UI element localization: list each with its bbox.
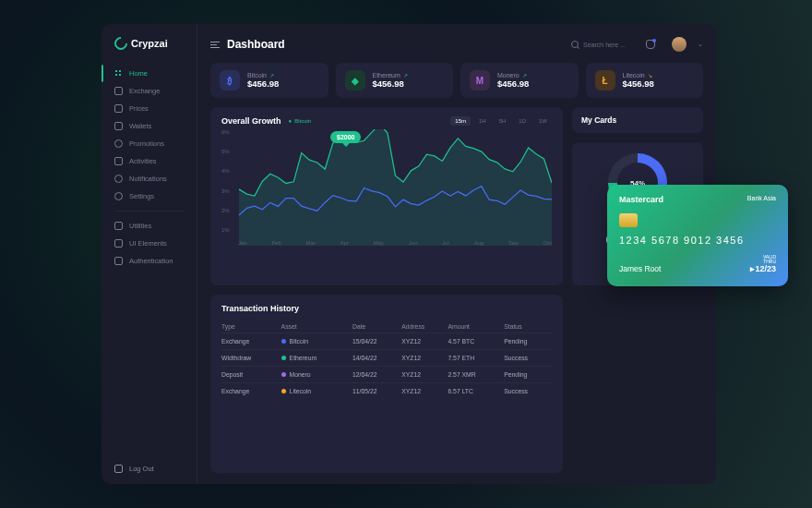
card-valid-label: VALIDTHRU bbox=[750, 255, 776, 264]
chart-legend: Bitcoin bbox=[289, 118, 312, 124]
sidebar-item-promotions[interactable]: Promotions bbox=[102, 135, 197, 152]
sidebar-item-label: Home bbox=[129, 69, 148, 78]
stat-bitcoin[interactable]: ₿Bitcoin ↗$456.98 bbox=[210, 63, 328, 98]
range-1W[interactable]: 1W bbox=[534, 116, 552, 126]
nav-primary: HomeExchangePricesWalletsPromotionsActiv… bbox=[102, 65, 197, 465]
credit-card[interactable]: Mastercard Bank Asia 1234 5678 9012 3456… bbox=[607, 185, 788, 286]
stat-monero[interactable]: MMonero ↗$456.98 bbox=[460, 63, 579, 98]
asset-dot-icon bbox=[281, 372, 286, 377]
card-number: 1234 5678 9012 3456 bbox=[619, 235, 776, 246]
logout-label: Log Out bbox=[129, 465, 154, 473]
sidebar-item-label: Authentication bbox=[129, 257, 173, 265]
search-placeholder: Search here ... bbox=[583, 42, 626, 48]
monero-icon: M bbox=[470, 70, 490, 91]
card-brand: Mastercard bbox=[619, 195, 663, 204]
sidebar-item-label: Exchange bbox=[129, 87, 160, 95]
sidebar-item-label: UI Elements bbox=[129, 239, 167, 248]
stat-value: $456.98 bbox=[623, 79, 654, 89]
col-date: Date bbox=[352, 321, 401, 333]
sidebar: Crypzai HomeExchangePricesWalletsPromoti… bbox=[102, 24, 197, 484]
box-icon bbox=[114, 122, 123, 130]
sidebar-item-label: Utilities bbox=[129, 222, 151, 230]
trend-icon: ↗ bbox=[403, 72, 408, 79]
bitcoin-icon: ₿ bbox=[220, 70, 240, 91]
notifications-button[interactable] bbox=[646, 40, 655, 49]
sidebar-item-label: Settings bbox=[129, 192, 154, 200]
stat-label: Litecoin ↘ bbox=[623, 72, 654, 79]
sidebar-item-utilities[interactable]: Utilities bbox=[102, 217, 197, 235]
stat-label: Bitcoin ↗ bbox=[247, 72, 279, 79]
sidebar-item-label: Activities bbox=[129, 157, 157, 165]
chart-range-selector: 15m1H5H1D1W bbox=[450, 116, 552, 126]
transactions-card: Transaction History TypeAssetDateAddress… bbox=[210, 295, 563, 473]
my-cards-header: My Cards bbox=[572, 107, 703, 133]
circle-icon bbox=[114, 139, 123, 148]
sidebar-item-activities[interactable]: Activities bbox=[102, 152, 197, 170]
stat-label: Monero ↗ bbox=[497, 72, 529, 79]
table-header-row: TypeAssetDateAddressAmountStatus bbox=[221, 321, 552, 333]
sidebar-item-wallets[interactable]: Wallets bbox=[102, 117, 197, 135]
transactions-table: TypeAssetDateAddressAmountStatus Exchang… bbox=[221, 321, 552, 399]
trend-icon: ↘ bbox=[648, 72, 652, 79]
logo[interactable]: Crypzai bbox=[102, 37, 197, 65]
stat-value: $456.98 bbox=[373, 79, 408, 89]
range-1D[interactable]: 1D bbox=[514, 116, 531, 126]
col-type: Type bbox=[221, 321, 281, 333]
chart-title: Overall Growth bbox=[221, 116, 281, 126]
search-icon bbox=[571, 41, 579, 48]
grid-icon bbox=[114, 69, 123, 78]
litecoin-icon: Ł bbox=[595, 70, 615, 91]
status-badge: Success bbox=[504, 350, 552, 367]
page-title: Dashboard bbox=[227, 38, 285, 51]
brand-text: Crypzai bbox=[131, 38, 168, 49]
table-row[interactable]: ExchangeLitecoin11/05/22XYZ126.57 LTCSuc… bbox=[221, 383, 552, 400]
asset-dot-icon bbox=[281, 389, 286, 393]
growth-chart-card: Overall Growth Bitcoin 15m1H5H1D1W 6%5%4… bbox=[210, 107, 563, 285]
stat-ethereum[interactable]: ◆Ethereum ↗$456.98 bbox=[336, 63, 454, 98]
ethereum-icon: ◆ bbox=[345, 70, 365, 91]
sidebar-item-prices[interactable]: Prices bbox=[102, 100, 197, 117]
chart-x-axis: JanFebMarAprMayJunJulAugSepOct bbox=[238, 240, 552, 246]
box-icon bbox=[114, 104, 123, 113]
sidebar-item-home[interactable]: Home bbox=[102, 65, 197, 82]
table-row[interactable]: DepositMonero12/04/22XYZ122.57 XMRPendin… bbox=[221, 367, 552, 383]
sidebar-item-ui-elements[interactable]: UI Elements bbox=[102, 235, 197, 252]
card-chip-icon bbox=[619, 213, 638, 227]
chart-svg bbox=[221, 129, 552, 246]
menu-icon[interactable] bbox=[210, 42, 220, 48]
stat-label: Ethereum ↗ bbox=[373, 72, 408, 79]
avatar[interactable] bbox=[672, 37, 687, 52]
box-icon bbox=[114, 157, 123, 165]
status-badge: Pending bbox=[504, 367, 552, 383]
range-15m[interactable]: 15m bbox=[450, 116, 471, 126]
chart-tooltip: $2000 bbox=[330, 131, 361, 143]
box-icon bbox=[114, 239, 123, 248]
sidebar-item-settings[interactable]: Settings bbox=[102, 187, 197, 205]
logo-icon bbox=[112, 34, 130, 53]
sidebar-item-label: Prices bbox=[129, 104, 149, 113]
range-5H[interactable]: 5H bbox=[495, 116, 511, 126]
sidebar-item-exchange[interactable]: Exchange bbox=[102, 82, 197, 100]
chart-body: 6%5%4%3%2%1% $2000 JanFebMarAprMayJunJul… bbox=[221, 129, 552, 246]
sidebar-item-notifications[interactable]: Notifications bbox=[102, 170, 197, 187]
table-row[interactable]: WidthdrawEthereum14/04/22XYZ127.57 ETHSu… bbox=[221, 350, 552, 367]
card-bank: Bank Asia bbox=[747, 195, 776, 204]
trend-icon: ↗ bbox=[522, 72, 527, 79]
stat-value: $456.98 bbox=[247, 79, 279, 89]
sidebar-item-authentication[interactable]: Authentication bbox=[102, 252, 197, 270]
col-amount: Amount bbox=[448, 321, 504, 333]
asset-dot-icon bbox=[281, 339, 286, 344]
asset-dot-icon bbox=[281, 356, 286, 360]
stat-litecoin[interactable]: ŁLitecoin ↘$456.98 bbox=[586, 63, 704, 98]
chevron-down-icon[interactable]: ⌄ bbox=[698, 41, 703, 48]
logout-button[interactable]: Log Out bbox=[102, 465, 197, 473]
topbar: Dashboard Search here ... ⌄ bbox=[210, 37, 703, 52]
search-input[interactable]: Search here ... bbox=[571, 41, 626, 48]
table-row[interactable]: ExchangeBitcoin15/04/22XYZ124.57 BTCPend… bbox=[221, 333, 552, 350]
col-address: Address bbox=[401, 321, 448, 333]
col-asset: Asset bbox=[281, 321, 352, 333]
stats-row: ₿Bitcoin ↗$456.98◆Ethereum ↗$456.98MMone… bbox=[210, 63, 703, 98]
circle-icon bbox=[114, 175, 123, 183]
range-1H[interactable]: 1H bbox=[474, 116, 491, 126]
card-holder: James Root bbox=[619, 264, 661, 273]
